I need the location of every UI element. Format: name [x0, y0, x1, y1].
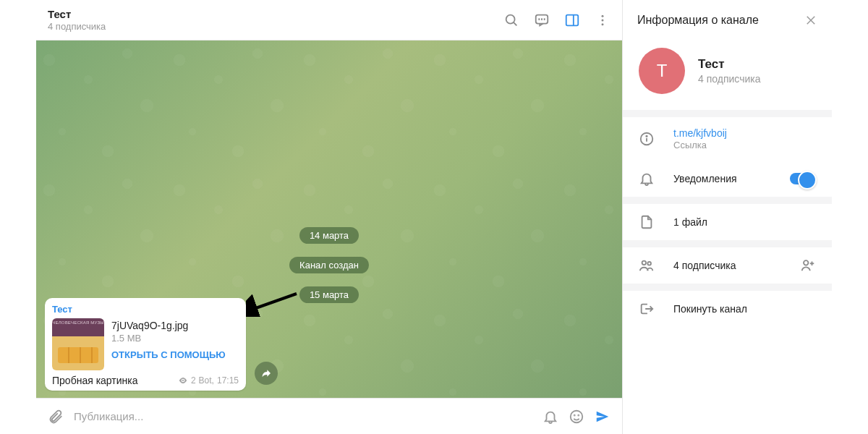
sidebar-toggle-icon[interactable]	[564, 12, 580, 28]
message-bubble[interactable]: Тест 7jUVaq9O-1g.jpg 1.5 MB ОТКРЫТЬ С ПО…	[45, 298, 246, 391]
chat-header-info[interactable]: Тест 4 подписчика	[48, 8, 503, 32]
chat-title: Тест	[48, 8, 503, 20]
add-user-icon[interactable]	[800, 258, 816, 273]
message-sender[interactable]: Тест	[52, 304, 239, 315]
file-name: 7jUVaq9O-1g.jpg	[111, 320, 239, 331]
leave-icon	[639, 301, 655, 317]
files-label: 1 файл	[673, 216, 816, 228]
svg-point-20	[646, 136, 647, 137]
leave-label: Покинуть канал	[673, 303, 816, 315]
bell-icon[interactable]	[542, 409, 558, 425]
svg-line-1	[514, 22, 516, 25]
subscribers-label: 4 подписчика	[673, 260, 781, 271]
svg-point-14	[574, 414, 575, 415]
svg-point-13	[571, 410, 583, 422]
sidebar-profile[interactable]: Т Тест 4 подписчика	[623, 41, 832, 110]
bell-icon	[639, 171, 655, 187]
message-caption: Пробная картинка	[52, 375, 172, 386]
date-separator: 15 марта	[299, 286, 359, 303]
date-separator: 14 марта	[299, 227, 359, 244]
svg-line-12	[252, 294, 297, 310]
emoji-icon[interactable]	[569, 409, 584, 425]
people-icon	[639, 258, 655, 273]
link-label: Ссылка	[673, 140, 816, 150]
avatar: Т	[639, 48, 685, 94]
comment-icon[interactable]	[534, 12, 550, 28]
attach-icon[interactable]	[48, 409, 64, 425]
chat-subtitle: 4 подписчика	[48, 21, 503, 32]
svg-point-9	[602, 19, 604, 21]
file-icon	[639, 214, 655, 230]
close-icon[interactable]	[804, 14, 817, 27]
svg-point-10	[602, 23, 604, 25]
svg-point-21	[642, 261, 647, 265]
annotation-arrow	[246, 288, 304, 317]
open-with-button[interactable]: ОТКРЫТЬ С ПОМОЩЬЮ	[111, 349, 239, 360]
notifications-row[interactable]: Уведомления	[623, 161, 832, 197]
send-button[interactable]	[595, 409, 610, 425]
svg-point-0	[506, 14, 515, 23]
svg-rect-6	[566, 14, 579, 25]
service-message: Канал создан	[289, 257, 369, 273]
notifications-label: Уведомления	[673, 173, 771, 184]
files-row[interactable]: 1 файл	[623, 204, 832, 240]
file-size: 1.5 MB	[111, 333, 239, 344]
chat-body: 14 марта Канал создан 15 марта Тест 7jUV…	[36, 41, 622, 398]
svg-point-11	[182, 380, 184, 381]
info-sidebar: Информация о канале Т Тест 4 подписчика …	[622, 0, 832, 434]
message-author: Bot,	[199, 375, 214, 386]
svg-point-25	[804, 260, 808, 265]
channel-link: t.me/kjfvboij	[673, 127, 816, 139]
message-views: 2	[191, 375, 196, 386]
svg-point-22	[647, 262, 651, 265]
link-row[interactable]: t.me/kjfvboij Ссылка	[623, 117, 832, 161]
info-icon	[639, 131, 655, 147]
svg-point-15	[578, 414, 579, 415]
search-icon[interactable]	[503, 12, 519, 28]
message-time: 17:15	[217, 375, 239, 386]
leave-row[interactable]: Покинуть канал	[623, 291, 832, 327]
profile-name: Тест	[698, 57, 760, 72]
svg-point-8	[602, 14, 604, 17]
notifications-toggle[interactable]	[790, 173, 816, 184]
views-icon	[178, 375, 188, 386]
forward-button[interactable]	[255, 362, 278, 385]
chat-header: Тест 4 подписчика	[36, 0, 622, 41]
file-thumbnail[interactable]	[52, 318, 104, 370]
sidebar-header: Информация о канале	[623, 0, 832, 41]
message-meta: 2 Bot, 17:15	[178, 375, 239, 386]
profile-subtitle: 4 подписчика	[698, 73, 760, 85]
composer	[36, 398, 622, 434]
more-icon[interactable]	[595, 12, 610, 28]
sidebar-title: Информация о канале	[637, 14, 804, 27]
subscribers-row[interactable]: 4 подписчика	[623, 247, 832, 284]
message-input[interactable]	[74, 410, 532, 422]
